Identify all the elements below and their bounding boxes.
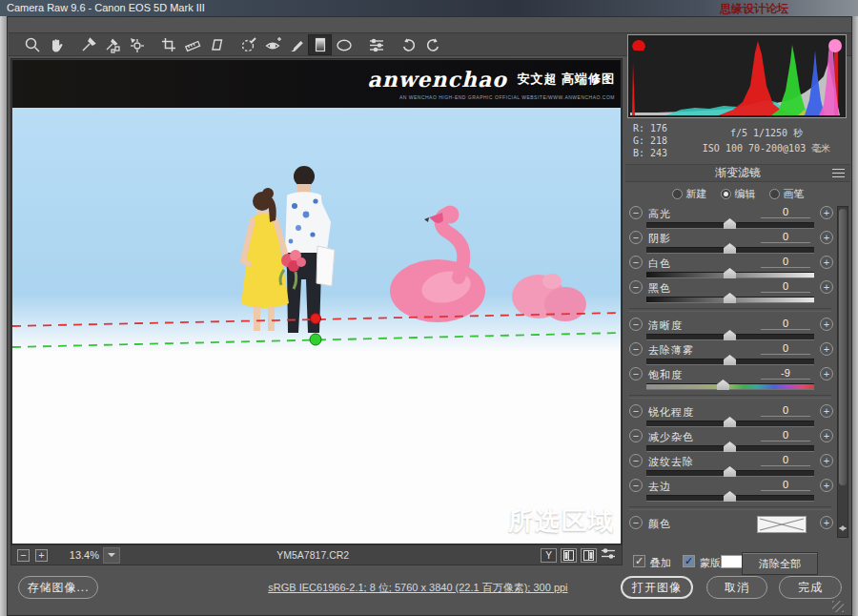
- slider-value[interactable]: 0: [761, 454, 810, 466]
- gradient-filter-red-handle[interactable]: [311, 314, 321, 324]
- increase-button[interactable]: +: [820, 318, 833, 331]
- slider-thumb[interactable]: [724, 417, 736, 427]
- slider-track[interactable]: [646, 383, 814, 390]
- slider-thumb[interactable]: [724, 243, 736, 254]
- increase-button[interactable]: +: [820, 516, 833, 529]
- gradient-filter-green-handle[interactable]: [310, 334, 321, 345]
- panel-menu-icon[interactable]: [832, 169, 845, 177]
- red-eye-tool-icon[interactable]: [260, 34, 284, 55]
- slider-value[interactable]: 0: [761, 318, 810, 330]
- increase-button[interactable]: +: [820, 342, 833, 356]
- increase-button[interactable]: +: [820, 404, 833, 418]
- decrease-button[interactable]: −: [629, 206, 643, 219]
- zoom-level-dropdown[interactable]: [103, 547, 120, 564]
- slider-value[interactable]: 0: [761, 404, 810, 417]
- decrease-button[interactable]: −: [629, 454, 643, 467]
- slider-thumb[interactable]: [724, 355, 736, 365]
- panel-scrollbar[interactable]: [837, 206, 848, 538]
- save-image-button[interactable]: 存储图像...: [18, 576, 98, 599]
- slider-thumb[interactable]: [724, 491, 736, 502]
- decrease-button[interactable]: −: [629, 479, 643, 492]
- spot-removal-tool-icon[interactable]: [236, 34, 260, 55]
- white-balance-tool-icon[interactable]: [76, 34, 100, 55]
- highlight-clipping-indicator[interactable]: [828, 39, 842, 52]
- slider-value[interactable]: 0: [761, 280, 810, 293]
- slider-track[interactable]: [646, 495, 814, 502]
- radio-brush[interactable]: 画笔: [769, 185, 805, 202]
- increase-button[interactable]: +: [820, 256, 833, 269]
- decrease-button[interactable]: −: [629, 342, 643, 356]
- slider-thumb[interactable]: [724, 441, 736, 452]
- overlay-checkbox[interactable]: ✓: [633, 555, 645, 567]
- decrease-button[interactable]: −: [629, 318, 643, 331]
- decrease-button[interactable]: −: [629, 429, 643, 442]
- radio-edit[interactable]: 编辑: [721, 185, 756, 202]
- slider-thumb[interactable]: [717, 380, 729, 390]
- slider-value[interactable]: 0: [761, 479, 810, 491]
- increase-button[interactable]: +: [820, 280, 833, 294]
- slider-track[interactable]: [646, 222, 814, 229]
- slider-track[interactable]: [646, 421, 814, 427]
- graduated-filter-tool-icon[interactable]: [308, 34, 332, 55]
- adjustment-brush-tool-icon[interactable]: [284, 34, 308, 55]
- mask-checkbox[interactable]: ✓: [683, 555, 695, 567]
- decrease-button[interactable]: −: [629, 516, 643, 529]
- increase-button[interactable]: +: [820, 367, 833, 380]
- slider-thumb[interactable]: [724, 293, 736, 303]
- slider-value[interactable]: 0: [761, 231, 810, 243]
- crop-tool-icon[interactable]: [156, 34, 180, 55]
- decrease-button[interactable]: −: [629, 367, 643, 380]
- slider-track[interactable]: [646, 359, 814, 365]
- done-button[interactable]: 完成: [779, 576, 842, 599]
- before-after-toggle-button[interactable]: Y: [541, 548, 557, 563]
- slider-value[interactable]: 0: [761, 429, 810, 441]
- rotate-right-icon[interactable]: [420, 34, 444, 55]
- slider-thumb[interactable]: [724, 330, 736, 340]
- decrease-button[interactable]: −: [629, 280, 643, 294]
- resize-grip[interactable]: [832, 601, 844, 612]
- radial-filter-tool-icon[interactable]: [332, 34, 356, 55]
- workflow-options-link[interactable]: sRGB IEC61966-2.1; 8 位; 5760 x 3840 (22.…: [268, 581, 567, 595]
- slider-track[interactable]: [646, 297, 814, 303]
- photo-canvas[interactable]: 所选区域: [12, 108, 621, 544]
- rotate-left-icon[interactable]: [397, 34, 420, 55]
- slider-value[interactable]: -9: [761, 367, 810, 380]
- increase-button[interactable]: +: [820, 231, 833, 244]
- slider-track[interactable]: [646, 470, 814, 477]
- decrease-button[interactable]: −: [629, 231, 643, 244]
- preferences-icon[interactable]: [364, 34, 388, 55]
- scrollbar-thumb[interactable]: [839, 209, 847, 485]
- slider-track[interactable]: [646, 445, 814, 452]
- decrease-button[interactable]: −: [629, 404, 643, 418]
- copy-settings-button[interactable]: [581, 548, 597, 563]
- slider-thumb[interactable]: [724, 466, 736, 477]
- slider-value[interactable]: 0: [761, 206, 810, 218]
- decrease-button[interactable]: −: [629, 256, 643, 269]
- zoom-tool-icon[interactable]: [20, 34, 44, 55]
- preview-preferences-icon[interactable]: [601, 546, 616, 564]
- color-swatch[interactable]: [757, 516, 807, 533]
- targeted-adjustment-tool-icon[interactable]: [124, 34, 148, 55]
- zoom-out-button[interactable]: −: [17, 549, 30, 562]
- increase-button[interactable]: +: [820, 454, 833, 467]
- increase-button[interactable]: +: [820, 479, 833, 492]
- slider-track[interactable]: [646, 334, 814, 340]
- scrollbar-arrows-icon[interactable]: [838, 521, 848, 536]
- slider-thumb[interactable]: [724, 218, 736, 229]
- slider-value[interactable]: 0: [761, 342, 810, 355]
- increase-button[interactable]: +: [820, 206, 833, 219]
- radio-new[interactable]: 新建: [672, 185, 707, 202]
- slider-track[interactable]: [646, 247, 814, 254]
- slider-value[interactable]: 0: [761, 256, 810, 268]
- zoom-level-value[interactable]: 13.4%: [57, 549, 99, 561]
- zoom-in-button[interactable]: +: [35, 549, 48, 562]
- straighten-tool-icon[interactable]: [180, 34, 204, 55]
- slider-thumb[interactable]: [724, 268, 736, 278]
- color-sampler-tool-icon[interactable]: [100, 34, 124, 55]
- cancel-button[interactable]: 取消: [706, 576, 767, 599]
- hand-tool-icon[interactable]: [44, 34, 68, 55]
- increase-button[interactable]: +: [820, 429, 833, 442]
- transform-tool-icon[interactable]: [204, 34, 228, 55]
- open-image-button[interactable]: 打开图像: [621, 576, 693, 599]
- slider-track[interactable]: [646, 272, 814, 278]
